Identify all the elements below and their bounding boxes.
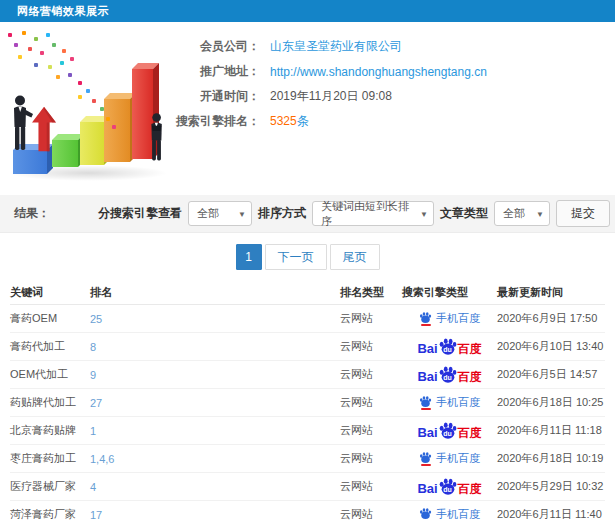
open-time-row: 开通时间： 2019年11月20日 09:08 — [168, 84, 487, 109]
baidu-red-underline — [421, 408, 431, 410]
baidu-red-underline — [421, 464, 431, 466]
businessman-right-icon — [141, 111, 167, 163]
mobile-baidu-label: 手机百度 — [436, 507, 480, 520]
baidu-paw-icon: du — [439, 338, 457, 355]
engine-rank-value: 5325条 — [270, 113, 309, 130]
rank-link[interactable]: 17 — [90, 509, 340, 520]
mobile-baidu-badge: 手机百度 — [419, 451, 480, 466]
keyword-cell: 菏泽膏药厂家 — [10, 507, 90, 520]
table-row: 膏药OEM 25 云网站 手机百度 2020年6月9日 17:50 — [10, 305, 605, 333]
baidu-logo-bai: Bai — [417, 426, 437, 439]
promo-url-label: 推广地址： — [168, 63, 260, 80]
filter-bar: 结果： 分搜索引擎查看 全部 ▼ 排序方式 关键词由短到长排序 ▼ 文章类型 全… — [0, 195, 615, 233]
engine-rank-label: 搜索引擎排名： — [168, 113, 260, 130]
keyword-cell: 药贴牌代加工 — [10, 395, 90, 410]
baidu-logo-du: du — [443, 486, 452, 493]
open-time-label: 开通时间： — [168, 88, 260, 105]
engine-type-cell: 手机百度 — [402, 507, 497, 520]
updated-time-cell: 2020年6月11日 11:40 — [497, 507, 605, 520]
baidu-logo-du: du — [443, 346, 452, 353]
baidu-logo: Bai du 百度 — [417, 338, 481, 355]
article-type-select[interactable]: 全部 ▼ — [494, 201, 550, 226]
chevron-down-icon: ▼ — [536, 209, 544, 218]
keyword-cell: 膏药代加工 — [10, 339, 90, 354]
baidu-logo: Bai du 百度 — [417, 422, 481, 439]
submit-button[interactable]: 提交 — [556, 200, 610, 227]
keyword-cell: 膏药OEM — [10, 311, 90, 326]
page-button-current[interactable]: 1 — [236, 244, 262, 270]
promo-url-link[interactable]: http://www.shandonghuangshengtang.cn — [270, 65, 487, 79]
promo-url-row: 推广地址： http://www.shandonghuangshengtang.… — [168, 59, 487, 84]
baidu-logo-cn: 百度 — [458, 427, 482, 439]
last-page-button[interactable]: 尾页 — [330, 244, 380, 270]
rank-type-cell: 云网站 — [340, 507, 402, 520]
mobile-baidu-label: 手机百度 — [436, 311, 480, 326]
engine-type-cell: 手机百度 — [402, 395, 497, 410]
bar-yellow — [80, 122, 104, 165]
baidu-logo-cn: 百度 — [458, 483, 482, 495]
rank-link[interactable]: 9 — [90, 369, 340, 381]
result-label: 结果： — [14, 205, 50, 222]
mobile-baidu-label: 手机百度 — [436, 395, 480, 410]
page-title: 网络营销效果展示 — [0, 4, 109, 19]
mobile-baidu-badge: 手机百度 — [419, 507, 480, 520]
bar-orange — [104, 99, 130, 162]
updated-time-cell: 2020年5月29日 10:32 — [497, 479, 605, 494]
baidu-logo-bai: Bai — [417, 342, 437, 355]
sort-filter-value: 关键词由短到长排序 — [321, 199, 415, 229]
next-page-button[interactable]: 下一页 — [265, 244, 327, 270]
baidu-logo-du: du — [443, 430, 452, 437]
baidu-paw-icon: du — [439, 366, 457, 383]
keyword-cell: 枣庄膏药加工 — [10, 451, 90, 466]
rank-link[interactable]: 1 — [90, 425, 340, 437]
table-row: 药贴牌代加工 27 云网站 手机百度 2020年6月18日 10:25 — [10, 389, 605, 417]
engine-type-cell: 手机百度 — [402, 451, 497, 466]
rank-type-cell: 云网站 — [340, 451, 402, 466]
table-row: 菏泽膏药厂家 17 云网站 手机百度 2020年6月11日 11:40 — [10, 501, 605, 520]
rank-type-cell: 云网站 — [340, 423, 402, 438]
baidu-paw-icon: du — [439, 422, 457, 439]
table-body: 膏药OEM 25 云网站 手机百度 2020年6月9日 17:50 膏药代加工 … — [10, 305, 605, 520]
member-company-row: 会员公司： 山东皇圣堂药业有限公司 — [168, 34, 487, 59]
keyword-cell: OEM代加工 — [10, 367, 90, 382]
rank-type-cell: 云网站 — [340, 479, 402, 494]
baidu-paw-icon: du — [439, 478, 457, 495]
businessman-left-icon — [8, 95, 38, 151]
rank-type-cell: 云网站 — [340, 339, 402, 354]
rank-type-cell: 云网站 — [340, 367, 402, 382]
engine-filter-label: 分搜索引擎查看 — [98, 205, 182, 222]
table-row: 医疗器械厂家 4 云网站 Bai du 百度 2020年5月29日 10:32 — [10, 473, 605, 501]
sort-filter-select[interactable]: 关键词由短到长排序 ▼ — [312, 201, 434, 226]
engine-filter-select[interactable]: 全部 ▼ — [188, 201, 252, 226]
updated-time-cell: 2020年6月10日 13:40 — [497, 339, 605, 354]
rank-link[interactable]: 25 — [90, 313, 340, 325]
table-row: OEM代加工 9 云网站 Bai du 百度 2020年6月5日 14:57 — [10, 361, 605, 389]
table-row: 膏药代加工 8 云网站 Bai du 百度 2020年6月10日 13:40 — [10, 333, 605, 361]
mobile-baidu-badge: 手机百度 — [419, 311, 480, 326]
table-header-row: 关键词 排名 排名类型 搜索引擎类型 最新更新时间 — [10, 281, 605, 305]
article-type-value: 全部 — [503, 206, 525, 221]
chevron-down-icon: ▼ — [420, 209, 428, 218]
rank-link[interactable]: 1,4,6 — [90, 453, 340, 465]
rank-link[interactable]: 8 — [90, 341, 340, 353]
keyword-cell: 医疗器械厂家 — [10, 479, 90, 494]
engine-type-cell: Bai du 百度 — [402, 338, 497, 355]
engine-type-cell: Bai du 百度 — [402, 478, 497, 495]
engine-type-cell: Bai du 百度 — [402, 422, 497, 439]
member-company-link[interactable]: 山东皇圣堂药业有限公司 — [270, 38, 402, 55]
mobile-baidu-badge: 手机百度 — [419, 395, 480, 410]
growth-chart-illustration — [0, 27, 185, 192]
table-row: 北京膏药贴牌 1 云网站 Bai du 百度 2020年6月11日 11:18 — [10, 417, 605, 445]
baidu-logo: Bai du 百度 — [417, 366, 481, 383]
col-header-engine-type: 搜索引擎类型 — [402, 285, 497, 300]
baidu-paw-icon — [419, 452, 432, 466]
rank-link[interactable]: 4 — [90, 481, 340, 493]
baidu-logo-bai: Bai — [417, 482, 437, 495]
account-info-section: 会员公司： 山东皇圣堂药业有限公司 推广地址： http://www.shand… — [0, 22, 615, 195]
engine-filter-value: 全部 — [197, 206, 219, 221]
table-row: 枣庄膏药加工 1,4,6 云网站 手机百度 2020年6月18日 10:19 — [10, 445, 605, 473]
bar-blue — [13, 150, 47, 174]
rank-link[interactable]: 27 — [90, 397, 340, 409]
baidu-red-underline — [421, 324, 431, 326]
pagination: 1 下一页 尾页 — [0, 233, 615, 281]
